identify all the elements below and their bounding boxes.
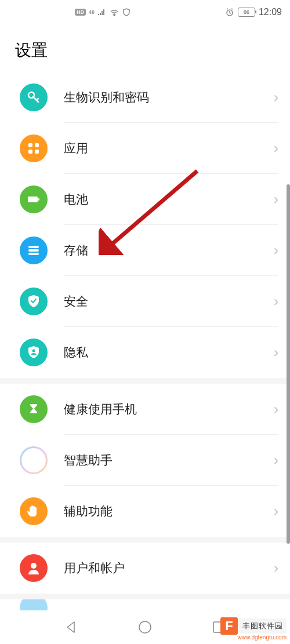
item-label: 存储 xyxy=(64,242,274,259)
ring-icon xyxy=(20,446,48,474)
chevron-right-icon: › xyxy=(274,191,278,208)
item-label: 安全 xyxy=(64,293,274,310)
item-label: 隐私 xyxy=(64,344,274,361)
settings-item-security[interactable]: 安全› xyxy=(0,276,290,327)
chevron-right-icon: › xyxy=(274,401,278,417)
svg-point-19 xyxy=(139,621,151,633)
svg-point-0 xyxy=(114,15,115,16)
grid-icon xyxy=(20,134,48,162)
chevron-right-icon: › xyxy=(274,89,278,105)
chevron-right-icon: › xyxy=(274,452,278,468)
item-label: 用户和帐户 xyxy=(64,560,274,576)
alarm-icon xyxy=(225,8,234,17)
settings-item-battery[interactable]: 电池› xyxy=(0,174,290,225)
item-label: 智慧助手 xyxy=(64,452,274,468)
svg-rect-7 xyxy=(28,197,38,202)
settings-item-privacy[interactable]: 隐私› xyxy=(0,327,290,378)
chevron-right-icon: › xyxy=(274,344,278,361)
svg-rect-6 xyxy=(35,150,39,154)
svg-point-15 xyxy=(32,350,35,352)
svg-rect-5 xyxy=(28,150,32,154)
chevron-right-icon: › xyxy=(274,503,278,519)
svg-rect-4 xyxy=(35,143,39,147)
shield-person-icon xyxy=(20,339,48,366)
item-label: 生物识别和密码 xyxy=(64,89,274,105)
battery-icon: 86 xyxy=(238,8,255,17)
svg-point-12 xyxy=(30,246,31,248)
network-type: 46 xyxy=(89,9,95,15)
hand-icon xyxy=(20,497,48,525)
settings-item-biometric[interactable]: 生物识别和密码› xyxy=(0,72,290,123)
watermark: F 丰图软件园 www.dgfengtu.com xyxy=(220,617,287,641)
home-button[interactable] xyxy=(137,620,153,635)
chevron-right-icon: › xyxy=(274,140,278,157)
svg-point-16 xyxy=(31,563,37,569)
page-title: 设置 xyxy=(0,24,290,72)
wifi-icon xyxy=(110,8,119,17)
item-label: 应用 xyxy=(64,140,274,157)
settings-item-accessibility[interactable]: 辅助功能› xyxy=(0,486,290,537)
back-button[interactable] xyxy=(64,620,79,635)
storage-icon xyxy=(20,237,48,264)
battery-icon xyxy=(20,185,48,213)
svg-point-13 xyxy=(30,250,31,251)
item-label: 健康使用手机 xyxy=(64,401,274,417)
settings-item-assistant[interactable]: 智慧助手› xyxy=(0,435,290,486)
key-icon xyxy=(20,83,48,111)
settings-item-apps[interactable]: 应用› xyxy=(0,123,290,174)
settings-item-storage[interactable]: 存储› xyxy=(0,225,290,276)
status-time: 12:09 xyxy=(259,7,282,17)
status-right: 86 12:09 xyxy=(225,7,282,17)
hd-icon: HD xyxy=(75,9,86,16)
status-bar: HD 46 86 12:09 xyxy=(0,0,290,24)
chevron-right-icon: › xyxy=(274,293,278,310)
svg-rect-8 xyxy=(38,198,39,201)
status-left: HD 46 xyxy=(75,8,131,17)
chevron-right-icon: › xyxy=(274,560,278,576)
svg-point-14 xyxy=(30,253,31,254)
item-label: 电池 xyxy=(64,191,274,208)
shield-status-icon xyxy=(122,8,131,17)
settings-item-digital-balance[interactable]: 健康使用手机› xyxy=(0,384,290,435)
shield-check-icon xyxy=(20,288,48,315)
svg-rect-3 xyxy=(28,143,32,147)
chevron-right-icon: › xyxy=(274,242,278,259)
scrollbar[interactable] xyxy=(287,74,290,564)
item-label: 辅助功能 xyxy=(64,503,274,519)
signal-icon xyxy=(97,8,107,17)
settings-item-users[interactable]: 用户和帐户› xyxy=(0,543,290,594)
person-icon xyxy=(20,554,48,582)
hourglass-icon xyxy=(20,395,48,423)
settings-list: 生物识别和密码›应用›电池›存储›安全›隐私›健康使用手机›智慧助手›辅助功能›… xyxy=(0,72,290,617)
